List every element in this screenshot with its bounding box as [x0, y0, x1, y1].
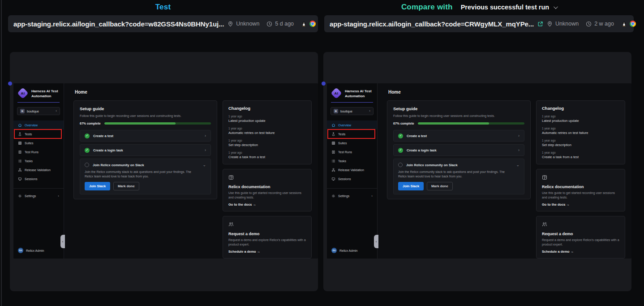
sidebar-item-label: Overview [25, 124, 38, 127]
external-link-icon[interactable] [537, 21, 543, 27]
base-capture-meta: Unknown 5 d ago [228, 21, 316, 27]
sidebar-item-overview[interactable]: Overview [13, 121, 64, 129]
project-selector[interactable]: B boutique › [331, 107, 374, 115]
schedule-demo-link[interactable]: Schedule a demo → [542, 250, 619, 254]
changelog-title: Changelog [228, 106, 306, 111]
chevron-left-icon: ‹ [62, 240, 63, 243]
schedule-demo-link[interactable]: Schedule a demo → [228, 250, 306, 254]
join-slack-button[interactable]: Join Slack [398, 182, 424, 190]
base-url-bar[interactable]: app-staging.relicx.ai/login_callback?cod… [8, 15, 318, 32]
base-location: Unknown [236, 21, 259, 27]
changelog-entry: 1 year ago Create a task from a test [542, 151, 619, 159]
scroll-position-marker [8, 82, 12, 86]
chevron-right-icon: › [518, 134, 519, 138]
base-pane-header: Test [8, 1, 318, 13]
compare-run-dropdown[interactable]: Previous successful test run [461, 4, 557, 11]
people-icon [542, 222, 547, 227]
sidebar-item-label: Test Runs [25, 151, 39, 154]
setup-step-create-test[interactable]: ✓ Create a test › [393, 130, 524, 142]
chevron-down-icon: ⌄ [202, 163, 206, 167]
chrome-browser-icon [630, 21, 636, 27]
sidebar-divider [327, 188, 377, 189]
changelog-card: Changelog 1 year ago Latest production u… [223, 100, 312, 164]
progress-bar [104, 122, 211, 125]
go-to-docs-link[interactable]: Go to the docs → [542, 203, 619, 207]
sidebar-item-label: Overview [338, 124, 351, 127]
chevron-right-icon: › [369, 109, 370, 113]
list-icon [18, 159, 22, 163]
sidebar-item-suites[interactable]: Suites [327, 138, 377, 147]
progress-label: 67% complete [393, 122, 414, 125]
sidebar-item-label: Test Runs [338, 151, 352, 154]
chevron-right-icon: › [518, 148, 519, 152]
sidebar-item-tests[interactable]: Tests [327, 129, 377, 138]
sidebar-item-sessions[interactable]: Sessions [13, 174, 64, 183]
chevron-right-icon: › [371, 194, 373, 198]
compare-url: app-staging.relicx.ai/login_callback?cod… [330, 20, 534, 28]
documentation-card: Relicx documentation Use this guide to g… [223, 169, 312, 211]
sidebar-item-label: Tasks [25, 159, 33, 163]
sidebar-item-test-runs[interactable]: Test Runs [13, 147, 64, 156]
check-circle-icon: ✓ [398, 148, 403, 153]
setup-step-create-login-task[interactable]: ✓ Create a login task › [80, 144, 211, 156]
location-pin-icon [228, 21, 233, 27]
flow-icon [331, 168, 335, 172]
compare-location: Unknown [555, 21, 579, 27]
compare-url-bar[interactable]: app-staging.relicx.ai/login_callback?cod… [324, 15, 634, 32]
chevron-left-icon: ‹ [376, 240, 377, 243]
sidebar-nav: Overview Tests Suites Test Runs T [327, 121, 377, 200]
harness-logo-icon: AI [331, 88, 342, 99]
setup-step-join-slack-header[interactable]: Join Relicx community on Slack ⌄ [398, 163, 519, 167]
changelog-entry: 1 year ago Latest production update [228, 115, 306, 123]
changelog-entry: 1 year ago Automatic retries on test fai… [228, 127, 306, 135]
project-selector[interactable]: B boutique › [17, 107, 60, 115]
demo-description: Request a demo and explore Relicx's capa… [542, 238, 619, 246]
chevron-down-icon: ⌄ [516, 163, 519, 167]
user-menu[interactable]: RA Relicx Admin [331, 248, 357, 253]
sidebar-collapse-handle[interactable]: ‹ [374, 235, 378, 248]
user-name: Relicx Admin [339, 249, 357, 252]
compare-screenshot-panel: AI Harness AI Test Automation B boutique… [323, 52, 631, 291]
compare-capture-meta: Unknown 2 w ago [547, 21, 636, 27]
setup-guide-card: Setup guide Follow this guide to begin r… [387, 100, 531, 199]
go-to-docs-link[interactable]: Go to the docs → [228, 203, 306, 207]
sidebar-item-settings[interactable]: Settings › [13, 191, 64, 200]
sidebar-item-tests[interactable]: Tests [13, 129, 64, 138]
info-column: Changelog 1 year ago Latest production u… [223, 100, 312, 259]
sidebar-collapse-handle[interactable]: ‹ [60, 235, 65, 248]
demo-card: Request a demo Request a demo and explor… [536, 216, 625, 259]
mark-done-button[interactable]: Mark done [427, 182, 453, 190]
documentation-title: Relicx documentation [228, 185, 306, 189]
sidebar-item-suites[interactable]: Suites [13, 138, 64, 147]
user-menu[interactable]: RA Relicx Admin [18, 248, 44, 253]
changelog-entry: 1 year ago Set step description [542, 139, 619, 147]
sidebar-item-tasks[interactable]: Tasks [13, 156, 64, 165]
sidebar-item-tasks[interactable]: Tasks [327, 156, 377, 165]
scroll-position-marker [322, 82, 326, 86]
flask-icon [18, 132, 22, 136]
book-icon [228, 175, 234, 180]
setup-step-join-slack-header[interactable]: Join Relicx community on Slack ⌄ [85, 163, 206, 167]
setup-step-create-test[interactable]: ✓ Create a test › [80, 130, 211, 142]
project-name: boutique [340, 110, 352, 113]
compare-run-dropdown-value: Previous successful test run [461, 4, 549, 11]
progress-label: 67% complete [80, 122, 101, 125]
compare-pane-title: Compare with [401, 3, 453, 12]
project-name: boutique [27, 110, 39, 113]
setup-guide-card: Setup guide Follow this guide to begin r… [73, 100, 217, 199]
setup-step-create-login-task[interactable]: ✓ Create a login task › [393, 144, 524, 156]
sidebar-item-release-validation[interactable]: Release Validation [13, 165, 64, 174]
monitor-icon [18, 177, 22, 181]
base-pane-title: Test [155, 3, 171, 12]
sidebar-item-label: Settings [338, 194, 349, 198]
sidebar-item-sessions[interactable]: Sessions [327, 174, 377, 183]
setup-progress: 67% complete [393, 122, 524, 125]
compare-age: 2 w ago [594, 21, 614, 27]
mark-done-button[interactable]: Mark done [113, 182, 139, 190]
sidebar-item-release-validation[interactable]: Release Validation [327, 165, 377, 174]
sidebar-item-overview[interactable]: Overview [327, 121, 377, 129]
sidebar-item-test-runs[interactable]: Test Runs [327, 147, 377, 156]
join-slack-button[interactable]: Join Slack [85, 182, 110, 190]
sidebar-item-settings[interactable]: Settings › [327, 191, 377, 200]
base-age: 5 d ago [275, 21, 294, 27]
